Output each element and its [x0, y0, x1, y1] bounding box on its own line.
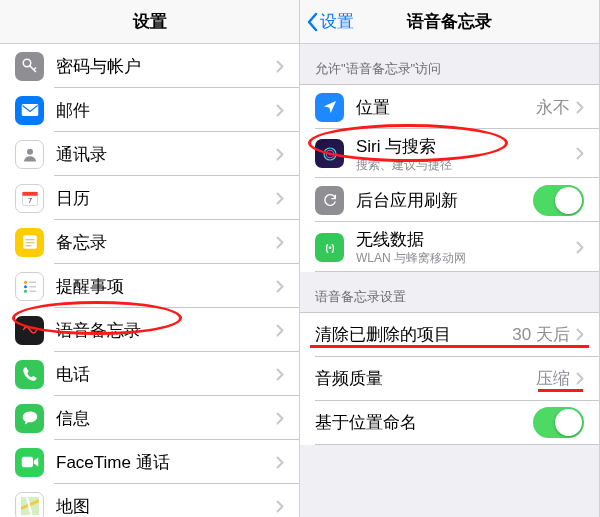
row-label: 邮件	[56, 99, 276, 122]
phone-icon	[15, 360, 44, 389]
section2-title: 语音备忘录设置	[300, 272, 599, 312]
row-location[interactable]: 位置永不	[300, 85, 599, 129]
settings-row-key[interactable]: 密码与帐户	[0, 44, 299, 88]
row-label: 备忘录	[56, 231, 276, 254]
back-button[interactable]: 设置	[306, 10, 354, 33]
settings-root-pane: 设置 密码与帐户邮件通讯录7日历备忘录提醒事项语音备忘录电话信息FaceTime…	[0, 0, 300, 517]
svg-rect-18	[21, 457, 32, 468]
settings-row-maps[interactable]: 地图	[0, 484, 299, 517]
toggle-switch[interactable]	[533, 185, 584, 216]
row-detail: 压缩	[536, 367, 570, 390]
left-list-scroll[interactable]: 密码与帐户邮件通讯录7日历备忘录提醒事项语音备忘录电话信息FaceTime 通话…	[0, 44, 299, 517]
svg-point-12	[24, 281, 27, 284]
svg-text:(•): (•)	[325, 243, 334, 253]
settings-row-contacts[interactable]: 通讯录	[0, 132, 299, 176]
chevron-right-icon	[276, 500, 284, 513]
toggle-switch[interactable]	[533, 407, 584, 438]
row-right-section22[interactable]: 基于位置命名	[300, 401, 599, 445]
right-list-scroll[interactable]: 允许"语音备忘录"访问 位置永不Siri 与搜索搜索、建议与捷径后台应用刷新(•…	[300, 44, 599, 517]
svg-rect-8	[23, 235, 37, 249]
row-detail: 30 天后	[512, 323, 570, 346]
row-label: 清除已删除的项目	[315, 323, 512, 346]
settings-row-voice-memos[interactable]: 语音备忘录	[0, 308, 299, 352]
svg-line-2	[33, 68, 35, 70]
chevron-right-icon	[276, 148, 284, 161]
refresh-icon	[315, 186, 344, 215]
chevron-right-icon	[576, 101, 584, 114]
chevron-right-icon	[276, 368, 284, 381]
chevron-right-icon	[276, 104, 284, 117]
left-title: 设置	[133, 10, 167, 33]
row-right-section20[interactable]: 清除已删除的项目30 天后	[300, 313, 599, 357]
right-title: 语音备忘录	[407, 10, 492, 33]
row-label: 日历	[56, 187, 276, 210]
chevron-right-icon	[276, 456, 284, 469]
svg-point-14	[24, 290, 27, 293]
row-label: FaceTime 通话	[56, 451, 276, 474]
reminders-icon	[15, 272, 44, 301]
row-label: 电话	[56, 363, 276, 386]
notes-icon	[15, 228, 44, 257]
chevron-right-icon	[576, 372, 584, 385]
chevron-right-icon	[276, 60, 284, 73]
chevron-right-icon	[276, 324, 284, 337]
row-label: 位置	[356, 96, 536, 119]
chevron-right-icon	[276, 192, 284, 205]
chevron-right-icon	[576, 147, 584, 160]
settings-row-messages[interactable]: 信息	[0, 396, 299, 440]
svg-rect-3	[21, 104, 38, 116]
row-label: 后台应用刷新	[356, 189, 533, 212]
siri-icon	[315, 139, 344, 168]
messages-icon	[15, 404, 44, 433]
chevron-right-icon	[276, 236, 284, 249]
right-navbar: 设置 语音备忘录	[300, 0, 599, 44]
row-label: 音频质量	[315, 367, 536, 390]
row-label: 信息	[56, 407, 276, 430]
maps-icon	[15, 492, 44, 518]
svg-text:7: 7	[27, 196, 31, 205]
row-label: 地图	[56, 495, 276, 518]
row-wireless[interactable]: (•)无线数据WLAN 与蜂窝移动网	[300, 222, 599, 271]
row-refresh[interactable]: 后台应用刷新	[300, 178, 599, 222]
settings-row-mail[interactable]: 邮件	[0, 88, 299, 132]
row-label: 语音备忘录	[56, 319, 276, 342]
row-label: 无线数据	[356, 228, 576, 251]
svg-point-13	[24, 285, 27, 288]
row-label: 提醒事项	[56, 275, 276, 298]
location-icon	[315, 93, 344, 122]
chevron-right-icon	[276, 412, 284, 425]
settings-row-reminders[interactable]: 提醒事项	[0, 264, 299, 308]
row-subtitle: WLAN 与蜂窝移动网	[356, 251, 576, 265]
chevron-right-icon	[576, 328, 584, 341]
svg-point-4	[27, 149, 33, 155]
left-navbar: 设置	[0, 0, 299, 44]
mail-icon	[15, 96, 44, 125]
calendar-icon: 7	[15, 184, 44, 213]
voice-memos-settings-pane: 设置 语音备忘录 允许"语音备忘录"访问 位置永不Siri 与搜索搜索、建议与捷…	[300, 0, 600, 517]
contacts-icon	[15, 140, 44, 169]
row-label: 基于位置命名	[315, 411, 533, 434]
back-label: 设置	[320, 10, 354, 33]
row-right-section21[interactable]: 音频质量压缩	[300, 357, 599, 401]
row-label: Siri 与搜索	[356, 135, 576, 158]
settings-row-calendar[interactable]: 7日历	[0, 176, 299, 220]
settings-row-notes[interactable]: 备忘录	[0, 220, 299, 264]
row-label: 密码与帐户	[56, 55, 276, 78]
settings-row-phone[interactable]: 电话	[0, 352, 299, 396]
row-label: 通讯录	[56, 143, 276, 166]
voice-memos-icon	[15, 316, 44, 345]
row-subtitle: 搜索、建议与捷径	[356, 158, 576, 172]
facetime-icon	[15, 448, 44, 477]
row-siri[interactable]: Siri 与搜索搜索、建议与捷径	[300, 129, 599, 178]
chevron-left-icon	[306, 12, 318, 32]
svg-point-30	[328, 152, 331, 155]
settings-row-facetime[interactable]: FaceTime 通话	[0, 440, 299, 484]
chevron-right-icon	[276, 280, 284, 293]
key-icon	[15, 52, 44, 81]
chevron-right-icon	[576, 241, 584, 254]
row-detail: 永不	[536, 96, 570, 119]
section1-title: 允许"语音备忘录"访问	[300, 44, 599, 84]
wireless-icon: (•)	[315, 233, 344, 262]
